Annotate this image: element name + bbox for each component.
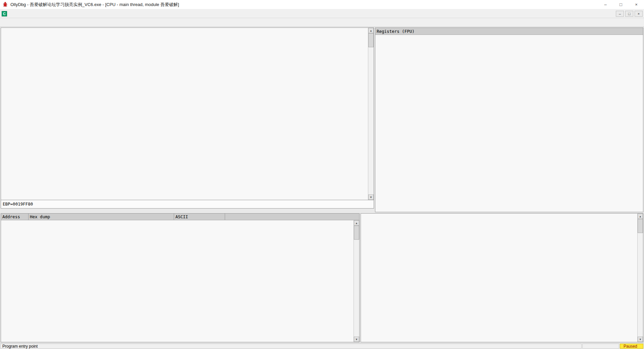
scroll-track[interactable] (638, 233, 643, 337)
cpu-mdi-area: ▲ ▼ EBP=0019FF80 Registers (FPU) (0, 27, 644, 343)
status-message: Program entry point (0, 344, 582, 349)
menubar: C – □ × (0, 9, 644, 18)
scroll-thumb[interactable] (368, 33, 374, 47)
scroll-up-icon[interactable]: ▲ (368, 28, 374, 33)
cpu-top-row: ▲ ▼ EBP=0019FF80 Registers (FPU) (1, 27, 643, 212)
stack-scrollbar[interactable]: ▲ ▼ (637, 214, 643, 342)
dump-pane: Address Hex dump ASCII ▲ ▼ (1, 213, 360, 342)
dump-header-address: Address (1, 214, 29, 220)
window-titlebar: OllyDbg - 吾爱破解论坛学习脱壳实例_VC6.exe - [CPU - … (0, 0, 644, 9)
mdi-restore-button[interactable]: □ (625, 11, 633, 17)
scroll-track[interactable] (368, 47, 374, 194)
registers-title: Registers (FPU) (377, 29, 415, 34)
scroll-thumb[interactable] (354, 226, 359, 240)
dump-header: Address Hex dump ASCII (1, 214, 359, 220)
dump-scrollbar[interactable]: ▲ ▼ (354, 220, 359, 342)
scroll-up-icon[interactable]: ▲ (354, 220, 359, 226)
paused-indicator: Paused (620, 344, 643, 349)
dump-rows (1, 220, 354, 342)
ollydbg-window: OllyDbg - 吾爱破解论坛学习脱壳实例_VC6.exe - [CPU - … (0, 0, 644, 349)
ollydbg-bug-icon (2, 2, 8, 7)
cpu-bottom-row: Address Hex dump ASCII ▲ ▼ (1, 213, 643, 342)
status-box (582, 344, 619, 349)
minimize-button[interactable]: – (598, 0, 613, 9)
registers-header: Registers (FPU) (375, 28, 643, 35)
mdi-close-button[interactable]: × (635, 11, 643, 17)
scroll-track[interactable] (354, 240, 359, 337)
disasm-scrollbar[interactable]: ▲ ▼ (368, 28, 374, 200)
window-controls: – □ × (598, 0, 644, 9)
disasm-rows (1, 28, 368, 200)
disassembly-pane: ▲ ▼ EBP=0019FF80 (1, 27, 374, 209)
maximize-button[interactable]: □ (613, 0, 629, 9)
dump-header-hex: Hex dump (29, 214, 174, 220)
disassembly-body: ▲ ▼ (1, 28, 374, 200)
dump-body: ▲ ▼ (1, 220, 359, 342)
ebp-info-line: EBP=0019FF80 (1, 200, 374, 208)
scroll-thumb[interactable] (638, 219, 643, 233)
window-title: OllyDbg - 吾爱破解论坛学习脱壳实例_VC6.exe - [CPU - … (10, 2, 598, 8)
dump-header-rest (225, 214, 359, 220)
dump-header-ascii: ASCII (174, 214, 225, 220)
close-button[interactable]: × (629, 0, 644, 9)
stack-pane: ▲ ▼ (361, 213, 643, 342)
disassembly-column: ▲ ▼ EBP=0019FF80 (1, 27, 374, 212)
scroll-down-icon[interactable]: ▼ (638, 337, 643, 342)
stack-rows (361, 214, 637, 342)
statusbar: Program entry point Paused (0, 343, 644, 349)
scroll-down-icon[interactable]: ▼ (354, 337, 359, 342)
mdi-minimize-button[interactable]: – (616, 11, 624, 17)
registers-body (375, 35, 643, 212)
registers-pane: Registers (FPU) (375, 27, 643, 212)
toolbar (0, 18, 644, 27)
scroll-down-icon[interactable]: ▼ (368, 194, 374, 200)
cpu-window-icon[interactable]: C (2, 11, 7, 16)
scroll-up-icon[interactable]: ▲ (638, 214, 643, 219)
